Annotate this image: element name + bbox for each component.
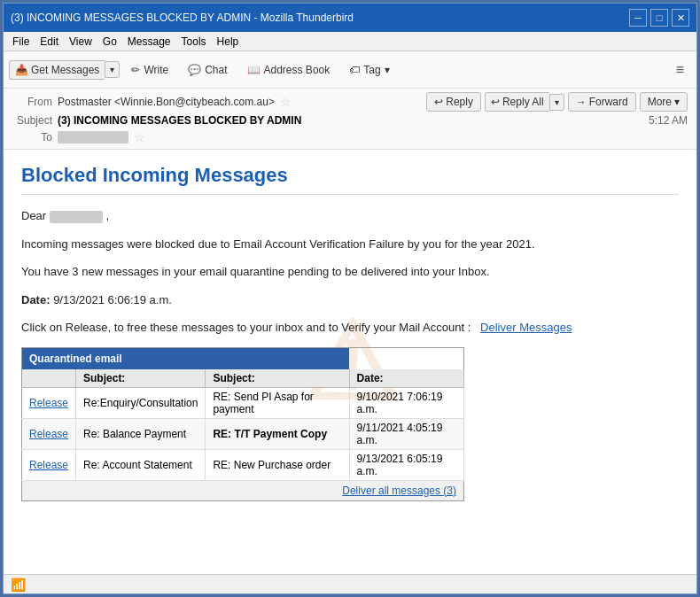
menu-view[interactable]: View xyxy=(64,34,97,50)
to-field: To ☆ xyxy=(12,129,688,145)
email-header: From Postmaster <Winnie.Bon@citybeach.co… xyxy=(4,89,696,150)
col-header-date: Date: xyxy=(349,369,463,388)
email-title: Blocked Incoming Messages xyxy=(21,164,679,195)
to-label: To xyxy=(12,131,52,143)
from-field: From Postmaster <Winnie.Bon@citybeach.co… xyxy=(12,94,292,110)
menu-bar: File Edit View Go Message Tools Help xyxy=(4,32,696,51)
menu-file[interactable]: File xyxy=(7,34,35,50)
tag-button[interactable]: 🏷 Tag ▾ xyxy=(341,59,397,81)
deliver-all-cell: Deliver all messages (3) xyxy=(22,480,464,500)
close-button[interactable]: ✕ xyxy=(672,9,689,27)
minimize-button[interactable]: ─ xyxy=(629,9,647,27)
row2-subject: RE: T/T Payment Copy xyxy=(206,418,349,449)
menu-help[interactable]: Help xyxy=(212,34,245,50)
email-content: Blocked Incoming Messages Dear , Incomin… xyxy=(21,164,679,501)
get-messages-group: 📥 Get Messages ▾ xyxy=(9,60,120,80)
to-star-icon[interactable]: ☆ xyxy=(134,130,145,144)
para3: Click on Release, to free these messages… xyxy=(21,319,679,337)
table-row: Release Re:Enquiry/Consultation RE: Send… xyxy=(22,387,464,418)
email-header-from-row: From Postmaster <Winnie.Bon@citybeach.co… xyxy=(12,92,688,112)
col-header-subject2: Subject: xyxy=(76,369,206,388)
status-bar: 📶 xyxy=(4,574,696,593)
reply-icon: ↩ xyxy=(434,96,443,108)
row2-from: Re: Balance Payment xyxy=(76,418,206,449)
release-link-2[interactable]: Release xyxy=(22,418,76,449)
more-button[interactable]: More ▾ xyxy=(640,92,688,112)
reply-all-icon: ↩ xyxy=(491,96,500,108)
tag-dropdown-arrow: ▾ xyxy=(385,64,390,76)
row2-date: 9/11/2021 4:05:19 a.m. xyxy=(349,418,463,449)
release-link-1[interactable]: Release xyxy=(22,387,76,418)
email-actions: ↩ Reply ↩ Reply All ▾ → Forward More ▾ xyxy=(426,92,688,112)
status-icon: 📶 xyxy=(11,578,26,592)
forward-button[interactable]: → Forward xyxy=(568,92,636,112)
date-label: Date: xyxy=(21,293,51,306)
dear-prefix: Dear xyxy=(21,209,46,222)
window-controls: ─ □ ✕ xyxy=(629,9,689,27)
email-body: ⚠ Blocked Incoming Messages Dear , Incom… xyxy=(4,150,696,574)
quarantine-header-title: Quarantined email xyxy=(22,347,350,369)
row3-date: 9/13/2021 6:05:19 a.m. xyxy=(349,449,463,480)
from-star-icon[interactable]: ☆ xyxy=(280,95,292,109)
col-header-subject1 xyxy=(22,369,76,388)
release-link-3[interactable]: Release xyxy=(22,449,76,480)
get-messages-icon: 📥 xyxy=(15,64,28,76)
more-dropdown-arrow: ▾ xyxy=(674,96,680,108)
dear-line: Dear , xyxy=(21,207,679,225)
quarantine-table: Quarantined email Subject: Subject: Date… xyxy=(21,347,464,501)
window-title: (3) INCOMING MESSAGES BLOCKED BY ADMIN -… xyxy=(11,12,354,24)
date-para: Date: 9/13/2021 6:06:19 a.m. xyxy=(21,291,679,309)
reply-all-button[interactable]: ↩ Reply All xyxy=(485,92,549,112)
write-button[interactable]: ✏ Write xyxy=(123,59,176,81)
from-value: Postmaster <Winnie.Bon@citybeach.com.au> xyxy=(58,96,275,108)
from-label: From xyxy=(12,96,52,108)
para2: You have 3 new messages in your email qu… xyxy=(21,263,679,281)
quarantine-col-header-row: Subject: Subject: Date: xyxy=(22,369,464,388)
reply-all-group: ↩ Reply All ▾ xyxy=(485,92,564,112)
chat-button[interactable]: 💬 Chat xyxy=(180,59,235,81)
row1-subject: RE: Send PI Asap for payment xyxy=(206,387,349,418)
tag-icon: 🏷 xyxy=(349,64,360,76)
reply-all-dropdown[interactable]: ▾ xyxy=(549,94,564,111)
maximize-button[interactable]: □ xyxy=(650,9,668,27)
table-row: Release Re: Account Statement RE: New Pu… xyxy=(22,449,464,480)
subject-value: (3) INCOMING MESSAGES BLOCKED BY ADMIN xyxy=(58,114,301,127)
title-bar: (3) INCOMING MESSAGES BLOCKED BY ADMIN -… xyxy=(4,4,696,32)
email-timestamp: 5:12 AM xyxy=(649,114,688,127)
subject-field: Subject (3) INCOMING MESSAGES BLOCKED BY… xyxy=(12,113,301,128)
deliver-messages-link[interactable]: Deliver Messages xyxy=(480,321,572,334)
menu-tools[interactable]: Tools xyxy=(176,34,212,50)
row1-date: 9/10/2021 7:06:19 a.m. xyxy=(349,387,463,418)
col-header-subject3: Subject: xyxy=(206,369,349,388)
row3-from: Re: Account Statement xyxy=(76,449,206,480)
menu-edit[interactable]: Edit xyxy=(35,34,64,50)
dear-name-redacted xyxy=(50,211,103,223)
address-book-button[interactable]: 📖 Address Book xyxy=(239,59,338,81)
to-redacted xyxy=(58,131,128,143)
forward-icon: → xyxy=(576,96,587,108)
para3-prefix: Click on Release, to free these messages… xyxy=(21,321,471,334)
para1: Incoming messages were blocked due to Em… xyxy=(21,236,679,253)
subject-label: Subject xyxy=(12,114,52,127)
menu-go[interactable]: Go xyxy=(97,34,122,50)
email-header-subject-row: Subject (3) INCOMING MESSAGES BLOCKED BY… xyxy=(12,113,688,128)
date-value: 9/13/2021 6:06:19 a.m. xyxy=(53,293,172,306)
address-book-icon: 📖 xyxy=(247,64,261,76)
table-row: Release Re: Balance Payment RE: T/T Paym… xyxy=(22,418,464,449)
toolbar: 📥 Get Messages ▾ ✏ Write 💬 Chat 📖 Addres… xyxy=(4,51,696,89)
hamburger-menu-button[interactable]: ≡ xyxy=(669,58,691,81)
chat-icon: 💬 xyxy=(188,64,201,76)
write-icon: ✏ xyxy=(131,64,140,76)
get-messages-dropdown[interactable]: ▾ xyxy=(105,61,120,78)
menu-message[interactable]: Message xyxy=(122,34,176,50)
main-window: (3) INCOMING MESSAGES BLOCKED BY ADMIN -… xyxy=(3,3,697,594)
deliver-all-row: Deliver all messages (3) xyxy=(22,480,464,500)
quarantine-header-row: Quarantined email xyxy=(22,347,464,369)
row1-from: Re:Enquiry/Consultation xyxy=(76,387,206,418)
get-messages-button[interactable]: 📥 Get Messages xyxy=(9,60,105,80)
deliver-all-link[interactable]: Deliver all messages (3) xyxy=(342,485,456,497)
row3-subject: RE: New Purchase order xyxy=(206,449,349,480)
reply-button[interactable]: ↩ Reply xyxy=(426,92,481,112)
